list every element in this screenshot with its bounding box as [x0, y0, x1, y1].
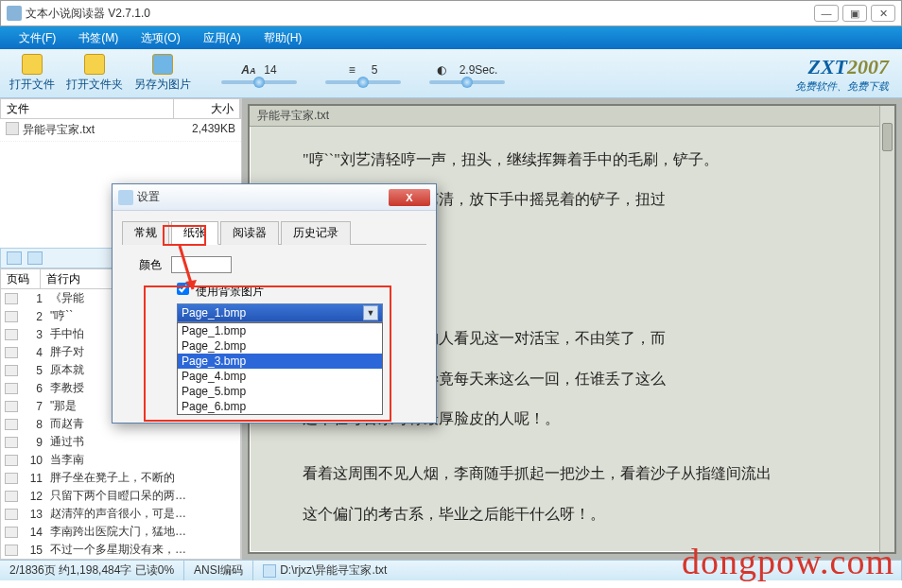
page-firstline: 通过书: [50, 434, 236, 450]
open-folder-label: 打开文件夹: [66, 77, 123, 93]
vertical-scrollbar[interactable]: [879, 106, 894, 552]
close-button[interactable]: ✕: [871, 5, 895, 22]
combo-option[interactable]: Page_6.bmp: [178, 399, 382, 414]
col-page[interactable]: 页码: [1, 269, 41, 288]
window-title: 文本小说阅读器 V2.7.1.0: [26, 6, 810, 22]
page-firstline: 赵清萍的声音很小，可是…: [50, 506, 236, 522]
col-size[interactable]: 大小: [174, 99, 240, 118]
brand-logo: ZXT2007 免费软件、免费下载: [795, 55, 889, 94]
page-icon: [5, 365, 18, 376]
page-row[interactable]: 15不过一个多星期没有来，…: [1, 541, 240, 559]
scroll-thumb[interactable]: [882, 123, 893, 151]
open-file-button[interactable]: 打开文件: [9, 54, 55, 93]
page-num: 2: [22, 310, 43, 323]
toolbar: 打开文件 打开文件夹 另存为图片 AA14 ≡5 ◐2.9Sec. ZXT200…: [0, 49, 902, 98]
combo-option[interactable]: Page_4.bmp: [178, 369, 382, 384]
page-num: 1: [22, 292, 43, 305]
tab-reader[interactable]: 阅读器: [220, 221, 279, 245]
app-icon: [7, 6, 22, 21]
page-num: 9: [22, 436, 43, 449]
status-pages: 2/1836页 约1,198,484字 已读0%: [0, 561, 184, 580]
open-folder-button[interactable]: 打开文件夹: [66, 54, 123, 93]
page-firstline: 只留下两个目瞪口呆的两…: [50, 488, 236, 504]
tab-history[interactable]: 历史记录: [281, 221, 351, 245]
speed-value: 2.9Sec.: [460, 63, 498, 77]
page-num: 8: [22, 418, 43, 431]
combo-option[interactable]: Page_2.bmp: [178, 338, 382, 354]
page-icon: [5, 473, 18, 484]
folder-open-icon: [84, 54, 105, 75]
menu-help[interactable]: 帮助(H): [252, 26, 314, 49]
page-icon: [5, 491, 18, 502]
combo-dropdown[interactable]: Page_1.bmpPage_2.bmpPage_3.bmpPage_4.bmp…: [177, 322, 383, 415]
page-num: 14: [22, 526, 43, 539]
color-label: 颜色: [139, 257, 171, 273]
page-num: 15: [22, 544, 43, 557]
page-firstline: 当李南: [50, 452, 236, 468]
dialog-close-button[interactable]: X: [389, 189, 430, 206]
tab-paper[interactable]: 纸张: [171, 221, 218, 245]
page-row[interactable]: 9通过书: [1, 433, 240, 451]
dialog-tabs: 常规 纸张 阅读器 历史记录: [122, 220, 426, 245]
combo-option[interactable]: Page_5.bmp: [178, 384, 382, 399]
dialog-title: 设置: [137, 189, 389, 205]
page-tab-icon[interactable]: [27, 251, 43, 265]
save-image-button[interactable]: 另存为图片: [134, 54, 191, 93]
dialog-icon: [118, 190, 133, 205]
page-num: 12: [22, 490, 43, 503]
doc-header: 异能寻宝家.txt: [250, 106, 894, 127]
page-icon: [5, 383, 18, 394]
menu-bar: 文件(F) 书签(M) 选项(O) 应用(A) 帮助(H): [0, 26, 902, 49]
folder-icon: [22, 54, 43, 75]
color-picker[interactable]: [171, 256, 232, 273]
linespace-slider[interactable]: [325, 80, 401, 84]
page-tab-icon[interactable]: [7, 251, 22, 265]
page-row[interactable]: 10当李南: [1, 451, 240, 469]
page-icon: [5, 401, 18, 412]
chevron-down-icon[interactable]: ▼: [363, 305, 378, 320]
page-num: 10: [22, 454, 43, 467]
page-icon: [5, 527, 18, 538]
clock-icon: ◐: [437, 63, 456, 77]
bg-image-combo[interactable]: Page_1.bmp ▼ Page_1.bmpPage_2.bmpPage_3.…: [177, 303, 383, 322]
page-icon: [5, 509, 18, 520]
speed-slider[interactable]: [429, 80, 505, 84]
file-name: 异能寻宝家.txt: [23, 122, 192, 138]
page-row[interactable]: 13赵清萍的声音很小，可是…: [1, 505, 240, 523]
linespace-control[interactable]: ≡5: [325, 63, 401, 84]
page-num: 3: [22, 328, 43, 341]
settings-dialog: 设置 X 常规 纸张 阅读器 历史记录 颜色 使用背景图片 Page_1.bmp…: [112, 183, 437, 424]
page-row[interactable]: 11胖子坐在凳子上，不断的: [1, 469, 240, 487]
tab-general[interactable]: 常规: [122, 221, 169, 245]
speed-control[interactable]: ◐2.9Sec.: [429, 63, 505, 84]
menu-option[interactable]: 选项(O): [130, 26, 191, 49]
font-size-control[interactable]: AA14: [221, 63, 297, 84]
page-row[interactable]: 12只留下两个目瞪口呆的两…: [1, 487, 240, 505]
linespace-icon: ≡: [349, 63, 368, 77]
open-file-label: 打开文件: [9, 77, 55, 93]
doc-icon: [263, 564, 276, 578]
watermark: dongpow.com: [682, 541, 894, 582]
use-bg-checkbox[interactable]: [177, 283, 189, 295]
menu-apply[interactable]: 应用(A): [192, 26, 252, 49]
col-file[interactable]: 文件: [1, 99, 174, 118]
page-icon: [5, 419, 18, 430]
page-num: 4: [22, 346, 43, 359]
page-row[interactable]: 14李南跨出医院大门，猛地…: [1, 523, 240, 541]
filelist-header: 文件 大小: [0, 98, 241, 119]
combo-option[interactable]: Page_3.bmp: [178, 354, 382, 369]
page-icon: [5, 455, 18, 466]
menu-bookmark[interactable]: 书签(M): [67, 26, 130, 49]
page-num: 7: [22, 400, 43, 413]
file-icon: [6, 122, 19, 135]
minimize-button[interactable]: —: [814, 5, 839, 22]
font-slider[interactable]: [221, 80, 297, 84]
menu-file[interactable]: 文件(F): [8, 26, 67, 49]
maximize-button[interactable]: ▣: [842, 5, 867, 22]
page-icon: [5, 329, 18, 340]
combo-option[interactable]: Page_1.bmp: [178, 323, 382, 338]
file-row[interactable]: 异能寻宝家.txt 2,439KB: [0, 119, 241, 142]
dialog-titlebar[interactable]: 设置 X: [113, 184, 436, 211]
page-firstline: 不过一个多星期没有来，…: [50, 542, 236, 558]
save-image-label: 另存为图片: [134, 77, 191, 93]
